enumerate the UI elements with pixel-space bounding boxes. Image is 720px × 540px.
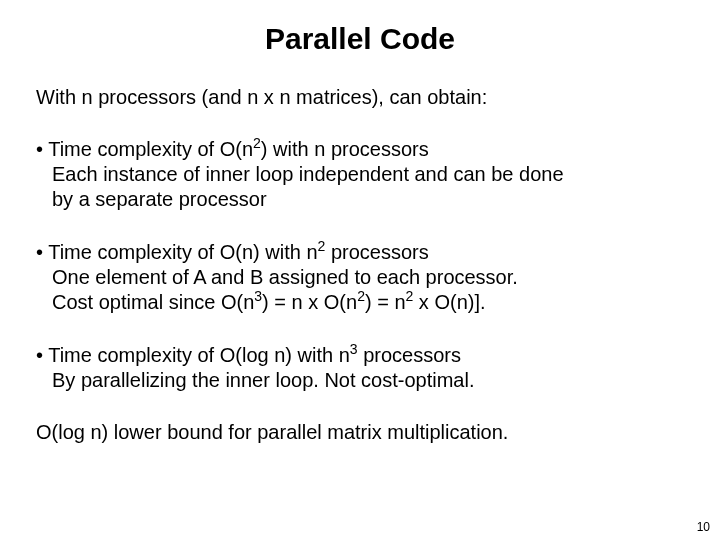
superscript: 3: [350, 341, 358, 357]
text: ) = n: [365, 291, 406, 313]
text: processors: [358, 344, 461, 366]
slide-title: Parallel Code: [36, 22, 684, 56]
slide: Parallel Code With n processors (and n x…: [0, 0, 720, 540]
text: x O(n)].: [413, 291, 485, 313]
bullet-3-line1: • Time complexity of O(log n) with n3 pr…: [36, 343, 684, 368]
bullet-2-line2: One element of A and B assigned to each …: [36, 265, 684, 290]
text: • Time complexity of O(n: [36, 138, 253, 160]
text: • Time complexity of O(log n) with n: [36, 344, 350, 366]
text: ) = n x O(n: [262, 291, 357, 313]
superscript: 3: [254, 288, 262, 304]
page-number: 10: [697, 520, 710, 534]
text: ) with n processors: [261, 138, 429, 160]
text: Cost optimal since O(n: [52, 291, 254, 313]
bullet-3-line2: By parallelizing the inner loop. Not cos…: [36, 368, 684, 393]
bullet-1-line3: by a separate processor: [36, 187, 684, 212]
text: processors: [325, 241, 428, 263]
bullet-2-line1: • Time complexity of O(n) with n2 proces…: [36, 240, 684, 265]
bullet-1-line1: • Time complexity of O(n2) with n proces…: [36, 137, 684, 162]
bullet-2: • Time complexity of O(n) with n2 proces…: [36, 240, 684, 315]
bullet-1: • Time complexity of O(n2) with n proces…: [36, 137, 684, 212]
bullet-2-line3: Cost optimal since O(n3) = n x O(n2) = n…: [36, 290, 684, 315]
text: • Time complexity of O(n) with n: [36, 241, 318, 263]
bullet-3: • Time complexity of O(log n) with n3 pr…: [36, 343, 684, 393]
closing-text: O(log n) lower bound for parallel matrix…: [36, 421, 684, 444]
bullet-1-line2: Each instance of inner loop independent …: [36, 162, 684, 187]
superscript: 2: [253, 135, 261, 151]
lead-text: With n processors (and n x n matrices), …: [36, 86, 684, 109]
superscript: 2: [357, 288, 365, 304]
